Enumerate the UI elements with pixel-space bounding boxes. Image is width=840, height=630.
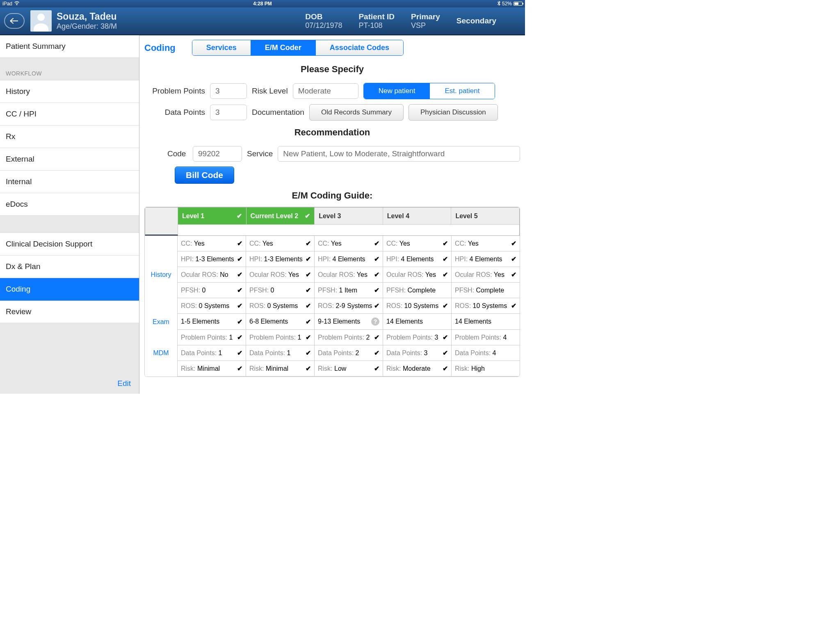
patient-id-value: PT-108 <box>358 21 395 30</box>
tab-services[interactable]: Services <box>192 40 251 55</box>
sidebar-cds[interactable]: Clinical Decision Support <box>0 233 139 256</box>
sidebar-external[interactable]: External <box>0 148 139 171</box>
guide-cell: Data Points: 1✔ <box>178 345 246 361</box>
patient-header: Souza, Tadeu Age/Gender: 38/M DOB 07/12/… <box>0 7 525 35</box>
guide-cell: Problem Points: 2✔ <box>315 330 383 345</box>
guide-cell: 1-5 Elements✔ <box>178 314 246 330</box>
guide-level-header: Level 4 <box>383 208 452 225</box>
tab-associate-codes[interactable]: Associate Codes <box>316 40 403 55</box>
data-points-input[interactable] <box>210 105 247 120</box>
guide-corner <box>145 208 178 235</box>
secondary-label: Secondary <box>457 16 496 25</box>
guide-cell: Risk: Low✔ <box>315 361 383 377</box>
guide-cell: CC: Yes✔ <box>452 236 520 251</box>
bluetooth-icon <box>497 1 500 7</box>
guide-row-exam: Exam <box>145 314 178 330</box>
guide-cell: Problem Points: 1✔ <box>246 330 315 345</box>
device-label: iPad <box>2 1 12 7</box>
guide-cell: HPI: 1-3 Elements✔ <box>246 251 315 267</box>
guide-cell: ROS: 10 Systems✔ <box>452 298 520 314</box>
guide-cell: ROS: 0 Systems✔ <box>246 298 315 314</box>
guide-cell: Risk: High <box>452 361 520 377</box>
patient-name: Souza, Tadeu <box>57 11 117 22</box>
guide-level-header: Level 3 <box>315 208 383 225</box>
back-button[interactable] <box>4 13 25 29</box>
guide-cell: Risk: Minimal✔ <box>246 361 315 377</box>
old-records-button[interactable]: Old Records Summary <box>309 104 404 121</box>
wifi-icon <box>14 1 20 7</box>
battery-label: 52% <box>502 1 512 7</box>
risk-level-label: Risk Level <box>252 87 288 96</box>
guide-title: E/M Coding Guide: <box>139 190 525 201</box>
guide-cell: HPI: 4 Elements✔ <box>315 251 383 267</box>
physician-discussion-button[interactable]: Physician Discussion <box>409 104 498 121</box>
sidebar-coding[interactable]: Coding <box>0 278 139 301</box>
battery-icon <box>514 2 523 6</box>
sidebar-patient-summary[interactable]: Patient Summary <box>0 35 139 58</box>
guide-cell: Problem Points: 3✔ <box>383 330 452 345</box>
page-title: Coding <box>144 43 176 53</box>
guide-cell: ROS: 0 Systems✔ <box>178 298 246 314</box>
guide-cell: ROS: 2-9 Systems✔ <box>315 298 383 314</box>
guide-cell: Ocular ROS: Yes✔ <box>452 267 520 283</box>
dob-value: 07/12/1978 <box>305 21 342 30</box>
coding-tabs: Services E/M Coder Associate Codes <box>192 40 404 56</box>
sidebar-edit-button[interactable]: Edit <box>0 373 139 394</box>
guide-cell: Data Points: 1✔ <box>246 345 315 361</box>
service-input[interactable] <box>278 146 520 162</box>
guide-cell: HPI: 4 Elements✔ <box>452 251 520 267</box>
sidebar-cc-hpi[interactable]: CC / HPI <box>0 103 139 126</box>
code-label: Code <box>167 149 188 158</box>
data-points-label: Data Points <box>144 108 205 117</box>
guide-cell: CC: Yes✔ <box>246 236 315 251</box>
guide-cell: Problem Points: 4 <box>452 330 520 345</box>
guide-cell: PFSH: 1 Item✔ <box>315 283 383 298</box>
status-bar: iPad 4:28 PM 52% <box>0 0 525 7</box>
sidebar-workflow-header: WORKFLOW <box>0 58 139 80</box>
est-patient-button[interactable]: Est. patient <box>430 83 494 99</box>
new-patient-button[interactable]: New patient <box>364 83 430 99</box>
guide-cell: Risk: Moderate✔ <box>383 361 452 377</box>
guide-cell: ROS: 10 Systems✔ <box>383 298 452 314</box>
guide-cell: CC: Yes✔ <box>315 236 383 251</box>
patient-type-toggle: New patient Est. patient <box>363 83 495 99</box>
code-input[interactable] <box>193 146 242 162</box>
guide-level-header: Level 1✔ <box>178 208 247 225</box>
problem-points-label: Problem Points <box>144 87 205 96</box>
arrow-left-icon <box>11 21 18 21</box>
guide-cell: Ocular ROS: No✔ <box>178 267 246 283</box>
dob-label: DOB <box>305 12 342 21</box>
guide-cell: 6-8 Elements✔ <box>246 314 315 330</box>
guide-cell: Ocular ROS: Yes✔ <box>246 267 315 283</box>
guide-cell: CC: Yes✔ <box>178 236 246 251</box>
guide-cell: 14 Elements <box>452 314 520 330</box>
problem-points-input[interactable] <box>210 83 247 99</box>
guide-cell: Risk: Minimal✔ <box>178 361 246 377</box>
guide-cell: Problem Points: 1✔ <box>178 330 246 345</box>
guide-row-history: History <box>145 236 178 314</box>
sidebar-rx[interactable]: Rx <box>0 126 139 148</box>
patient-id-label: Patient ID <box>358 12 395 21</box>
guide-cell: PFSH: 0✔ <box>246 283 315 298</box>
risk-level-input[interactable] <box>293 83 358 99</box>
patient-age-gender: Age/Gender: 38/M <box>57 22 117 31</box>
guide-cell: Ocular ROS: Yes✔ <box>383 267 452 283</box>
guide-cell: Data Points: 2✔ <box>315 345 383 361</box>
sidebar-history[interactable]: History <box>0 80 139 103</box>
sidebar-internal[interactable]: Internal <box>0 171 139 193</box>
sidebar: Patient Summary WORKFLOW History CC / HP… <box>0 35 139 394</box>
guide-row-mdm: MDM <box>145 330 178 377</box>
sidebar-spacer <box>0 216 139 233</box>
bill-code-button[interactable]: Bill Code <box>175 167 234 184</box>
avatar <box>30 10 52 32</box>
main-content: Coding Services E/M Coder Associate Code… <box>139 35 525 394</box>
recommendation-title: Recommendation <box>139 127 525 138</box>
specify-title: Please Specify <box>139 64 525 75</box>
sidebar-dx-plan[interactable]: Dx & Plan <box>0 256 139 278</box>
guide-cell: Data Points: 3✔ <box>383 345 452 361</box>
sidebar-review[interactable]: Review <box>0 301 139 323</box>
guide-cell: Data Points: 4 <box>452 345 520 361</box>
guide-cell: PFSH: Complete <box>383 283 452 298</box>
sidebar-edocs[interactable]: eDocs <box>0 193 139 216</box>
tab-em-coder[interactable]: E/M Coder <box>251 40 316 55</box>
